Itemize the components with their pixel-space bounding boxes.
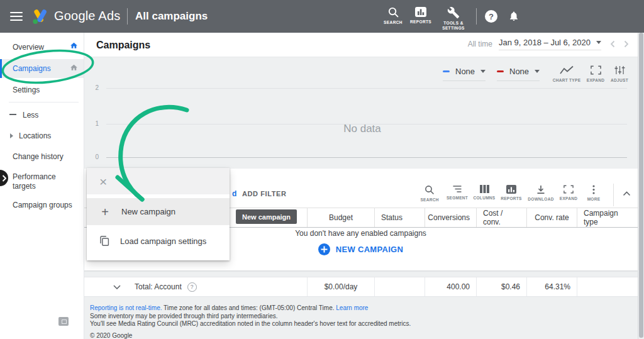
sidebar-item-campaign-groups[interactable]: Campaign groups (13, 201, 72, 209)
columns-button[interactable]: COLUMNS (470, 185, 498, 200)
minus-icon (9, 114, 16, 115)
menu-close-row[interactable]: × (87, 168, 230, 194)
chevron-left-icon[interactable] (610, 40, 615, 48)
more-button[interactable]: MORE (580, 185, 608, 201)
help-circle-icon[interactable]: ? (187, 282, 197, 292)
expand-panel-button[interactable] (0, 170, 8, 186)
status-filter-partial-text[interactable]: d (232, 189, 236, 198)
home-icon (69, 64, 79, 72)
sidebar-item-change-history[interactable]: Change history (13, 152, 64, 161)
total-budget: $0.00/day (307, 277, 374, 296)
google-ads-window: Google Ads All campaigns SEARCH REPORTS … (0, 0, 644, 339)
table-search-button[interactable]: SEARCH (416, 185, 443, 202)
toolbar-divider (613, 184, 614, 206)
arrow-drop-down-icon (596, 41, 601, 44)
total-campaign-type (577, 277, 638, 296)
menu-item-load-campaign-settings[interactable]: Load campaign settings (87, 225, 230, 257)
total-conversions: 400.00 (425, 277, 476, 296)
metric-2-dropdown[interactable]: None (497, 67, 540, 81)
date-range-value: Jan 9, 2018 – Jul 6, 2020 (499, 38, 591, 47)
line-chart-icon (560, 65, 574, 75)
y-axis-tick: 1 (87, 120, 99, 127)
table-expand-button[interactable]: EXPAND (555, 185, 582, 201)
vertical-scrollbar[interactable] (638, 33, 644, 339)
topbar-tools-settings-button[interactable]: TOOLS & SETTINGS (435, 6, 472, 30)
footer-line-1: Reporting is not real-time. Time zone fo… (90, 304, 630, 313)
total-conv-rate: 64.31% (526, 277, 577, 296)
plus-circle-icon (318, 243, 330, 255)
sidebar-item-overview[interactable]: Overview (13, 43, 44, 52)
total-cost-per-conv: $0.46 (476, 277, 526, 296)
date-range-picker[interactable]: Jan 9, 2018 – Jul 6, 2020 (499, 38, 601, 50)
brand-name: Google Ads (54, 9, 120, 23)
search-icon (387, 6, 399, 18)
plus-icon: + (99, 206, 111, 218)
column-header-conversions[interactable]: Conversions (425, 208, 476, 227)
wrench-icon (447, 6, 460, 19)
sidebar-item-campaigns-label[interactable]: Campaigns (13, 64, 51, 73)
topbar: Google Ads All campaigns SEARCH REPORTS … (0, 0, 644, 33)
active-indicator (0, 59, 2, 78)
chart-adjust-button[interactable]: ADJUST (606, 65, 633, 82)
home-icon (69, 42, 79, 50)
topbar-divider (476, 8, 477, 25)
column-header-campaign-type[interactable]: Campaign type (577, 208, 638, 227)
footer-line-3: You'll see Media Rating Council (MRC) ac… (90, 320, 630, 328)
sidebar-item-settings[interactable]: Settings (13, 86, 40, 94)
chevron-down-icon[interactable] (113, 285, 121, 289)
copyright: © 2020 Google (90, 332, 630, 339)
menu-item-new-campaign[interactable]: + New campaign (87, 198, 230, 225)
new-campaign-tooltip: New campaign (236, 209, 297, 224)
google-ads-logo-icon (31, 8, 49, 25)
column-header-budget[interactable]: Budget (307, 208, 374, 227)
segment-icon (452, 185, 462, 193)
column-header-conv-rate[interactable]: Conv. rate (526, 208, 577, 227)
topbar-reports-button[interactable]: REPORTS (408, 6, 433, 25)
reports-icon (414, 6, 427, 18)
new-campaign-menu: × + New campaign Load campaign settings (87, 168, 230, 260)
sidebar-divider (9, 102, 79, 103)
chart-expand-button[interactable]: EXPAND (582, 65, 609, 82)
table-reports-button[interactable]: REPORTS (497, 185, 525, 201)
notifications-bell-icon[interactable] (508, 9, 519, 23)
gridline (106, 88, 627, 89)
y-axis-tick: 2 (87, 84, 99, 91)
expand-corners-icon (564, 185, 574, 194)
copy-icon (99, 235, 109, 247)
download-button[interactable]: DOWNLOAD (527, 185, 555, 201)
new-campaign-button[interactable]: NEW CAMPAIGN (318, 243, 403, 255)
search-icon (425, 185, 435, 195)
sidebar-item-locations[interactable]: Locations (19, 131, 51, 140)
date-range-control[interactable]: All time Jan 9, 2018 – Jul 6, 2020 (468, 38, 629, 50)
date-range-preset: All time (468, 40, 492, 48)
sidebar: Overview Campaigns Settings Less Locatio… (0, 33, 84, 339)
column-header-cost-per-conv[interactable]: Cost / conv. (476, 208, 526, 227)
collapse-chevron-up-icon[interactable] (623, 191, 631, 196)
y-axis-tick: 0 (87, 153, 99, 160)
chevron-right-icon (10, 133, 13, 138)
column-header-status[interactable]: Status (374, 208, 425, 227)
add-filter-button[interactable]: ADD FILTER (242, 190, 287, 197)
help-icon[interactable]: ? (485, 10, 497, 23)
close-icon[interactable]: × (99, 175, 107, 188)
sidebar-item-performance-targets[interactable]: Performance targets (13, 172, 70, 191)
learn-more-link[interactable]: Learn more (336, 304, 368, 311)
metric-1-dropdown[interactable]: None (443, 67, 486, 81)
reporting-link[interactable]: Reporting is not real-time. (90, 304, 162, 311)
segment-button[interactable]: SEGMENT (443, 185, 471, 200)
topbar-search-button[interactable]: SEARCH (380, 6, 406, 25)
chart-type-button[interactable]: CHART TYPE (550, 65, 584, 82)
feedback-icon[interactable] (58, 317, 69, 326)
total-label-cell: Total: Account ? (84, 277, 307, 296)
expand-corners-icon (591, 65, 601, 75)
chevron-right-icon[interactable] (624, 40, 629, 48)
download-icon (536, 185, 546, 194)
hamburger-menu-icon[interactable] (10, 12, 23, 21)
page-title: Campaigns (96, 40, 150, 51)
more-vert-icon (592, 185, 595, 194)
sidebar-item-less[interactable]: Less (23, 111, 38, 119)
page-header: Campaigns All time Jan 9, 2018 – Jul 6, … (84, 33, 638, 57)
total-label: Total: Account (135, 282, 182, 291)
topbar-page-title: All campaigns (135, 10, 208, 23)
scrollbar-thumb[interactable] (639, 33, 643, 338)
